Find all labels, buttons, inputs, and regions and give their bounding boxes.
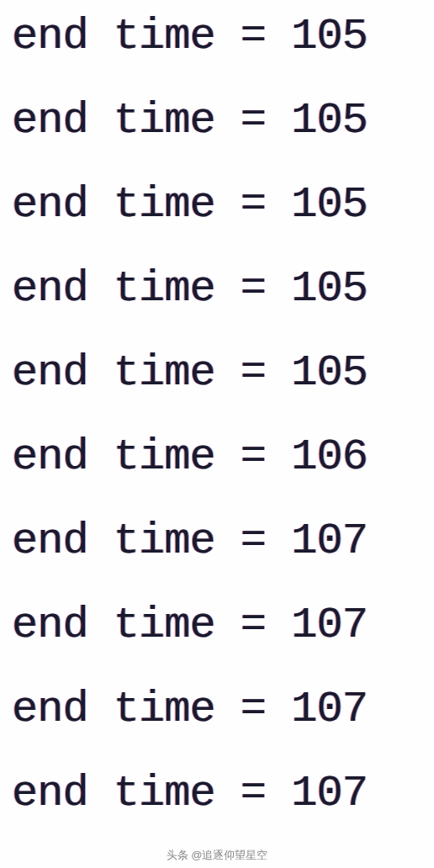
output-line: end time = 107	[12, 772, 422, 816]
output-line: end time = 105	[12, 183, 422, 227]
output-line: end time = 107	[12, 688, 422, 732]
output-line: end time = 107	[12, 604, 422, 648]
output-line: end time = 105	[12, 15, 422, 59]
output-line: end time = 106	[12, 436, 422, 479]
footer-attribution: 头条 @追逐仰望星空	[167, 848, 268, 863]
output-line: end time = 105	[12, 99, 422, 143]
output-line: end time = 105	[12, 352, 422, 395]
output-line: end time = 107	[12, 520, 422, 564]
output-line: end time = 105	[12, 267, 422, 311]
